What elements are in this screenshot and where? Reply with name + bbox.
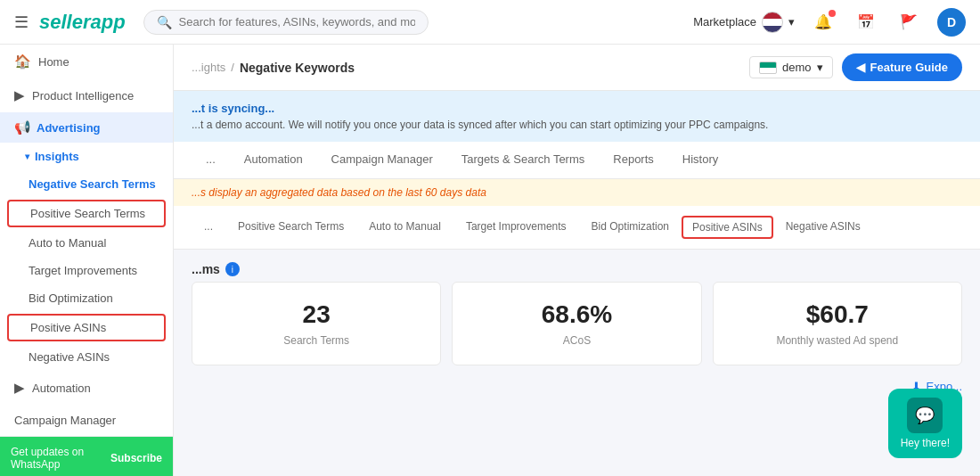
flag-icon: [762, 12, 783, 33]
export-bar: ⬇ Expo...: [174, 374, 980, 398]
stat-card-search-terms: 23 Search Terms: [192, 282, 441, 365]
sidebar-insights-label: Insights: [35, 150, 79, 163]
tab-automation[interactable]: Automation: [230, 142, 317, 178]
tab-insights[interactable]: ...: [192, 142, 230, 178]
sub-tab-negative[interactable]: ...: [192, 215, 225, 240]
main-layout: 🏠 Home ▶ Product Intelligence 📢 Advertis…: [0, 45, 980, 476]
sidebar-item-positive-search-terms[interactable]: Positive Search Terms: [7, 200, 166, 227]
stats-row: 23 Search Terms 68.6% ACoS $60.7 Monthly…: [174, 282, 980, 365]
marketplace-chevron-icon: ▾: [788, 15, 795, 29]
breadcrumb-right: demo ▾ ◀ Feature Guide: [749, 53, 962, 81]
sidebar-item-target-improvements[interactable]: Target Improvements: [0, 257, 173, 284]
search-bar[interactable]: 🔍: [143, 10, 429, 35]
content-area: ...ights / Negative Keywords demo ▾ ◀ Fe…: [174, 45, 980, 476]
sidebar-bottom: Get updates on WhatsApp Subscribe Invite…: [0, 436, 173, 476]
avatar-button[interactable]: D: [937, 8, 966, 37]
notification-badge: [829, 10, 836, 17]
logo: sellerapp: [39, 11, 126, 34]
sub-tab-auto-to-manual[interactable]: Auto to Manual: [356, 215, 453, 240]
sidebar-item-bid-optimization[interactable]: Bid Optimization: [0, 284, 173, 312]
target-improvements-label: Target Improvements: [29, 264, 137, 277]
sidebar-item-advertising[interactable]: 📢 Advertising: [0, 112, 173, 143]
sidebar-item-positive-asins[interactable]: Positive ASINs: [7, 314, 166, 341]
sidebar-campaign-label: Campaign Manager: [14, 414, 116, 427]
chat-label: Hey there!: [901, 437, 950, 449]
chevron-left-icon: ◀: [856, 61, 865, 74]
section-title: ...ms: [192, 262, 220, 276]
tab-reports[interactable]: Reports: [599, 142, 668, 178]
search-input[interactable]: [179, 15, 415, 29]
stat-card-acos: 68.6% ACoS: [452, 282, 701, 365]
notice-text: ...s display an aggregated data based on…: [192, 186, 486, 199]
sub-tab-positive-search-terms[interactable]: Positive Search Terms: [225, 215, 356, 240]
sub-tab-bid-optimization[interactable]: Bid Optimization: [579, 215, 682, 240]
sidebar-item-auto-to-manual[interactable]: Auto to Manual: [0, 229, 173, 257]
sidebar: 🏠 Home ▶ Product Intelligence 📢 Advertis…: [0, 45, 174, 476]
sidebar-product-label: Product Intelligence: [32, 89, 134, 103]
sidebar-item-product-intelligence[interactable]: ▶ Product Intelligence: [0, 78, 173, 112]
sync-banner: ...t is syncing... ...t a demo account. …: [174, 91, 980, 142]
negative-search-terms-label: Negative Search Terms: [29, 177, 156, 191]
marketplace-label: Marketplace: [693, 15, 756, 29]
chat-widget[interactable]: 💬 Hey there!: [888, 389, 962, 458]
sub-tab-negative-asins[interactable]: Negative ASINs: [773, 215, 873, 240]
breadcrumb-bar: ...ights / Negative Keywords demo ▾ ◀ Fe…: [174, 45, 980, 91]
calendar-button[interactable]: 📅: [852, 8, 880, 37]
breadcrumb-left: ...ights / Negative Keywords: [192, 61, 355, 75]
subscribe-link[interactable]: Subscribe: [110, 452, 162, 464]
whatsapp-label: Get updates on WhatsApp: [11, 446, 110, 471]
sub-tab-target-improvements[interactable]: Target Improvements: [453, 215, 579, 240]
logo-text: sellerapp: [39, 11, 126, 34]
demo-selector[interactable]: demo ▾: [749, 56, 833, 78]
stat-value-acos: 68.6%: [479, 300, 674, 329]
stat-card-monthly-wasted: $60.7 Monthly wasted Ad spend: [713, 282, 962, 365]
sidebar-automation-label: Automation: [32, 382, 91, 395]
notifications-button[interactable]: 🔔: [809, 8, 837, 37]
stat-value-monthly-wasted: $60.7: [740, 300, 935, 329]
sidebar-home-label: Home: [38, 55, 69, 69]
sub-tabs-bar: ... Positive Search Terms Auto to Manual…: [174, 206, 980, 250]
sidebar-item-automation[interactable]: ▶ Automation: [0, 371, 173, 405]
stat-label-search-terms: Search Terms: [219, 334, 413, 347]
stat-value-search-terms: 23: [219, 300, 413, 329]
sync-title: ...t is syncing...: [192, 102, 962, 115]
bid-optimization-label: Bid Optimization: [29, 291, 113, 305]
insights-chevron-icon: ▾: [25, 152, 29, 161]
demo-flag-icon: [759, 62, 777, 74]
auto-to-manual-label: Auto to Manual: [29, 236, 106, 250]
nav-right: Marketplace ▾ 🔔 📅 🚩 D: [693, 8, 966, 37]
alerts-button[interactable]: 🚩: [894, 8, 923, 37]
sync-description: ...t a demo account. We will notify you …: [192, 119, 962, 131]
section-title-row: ...ms i: [174, 250, 980, 282]
positive-asins-label: Positive ASINs: [30, 321, 106, 334]
sidebar-advertising-label: Advertising: [37, 121, 101, 135]
breadcrumb-separator: /: [231, 61, 234, 74]
tab-history[interactable]: History: [668, 142, 732, 178]
sidebar-insights-group[interactable]: ▾ Insights: [0, 143, 173, 170]
advertising-icon: 📢: [14, 119, 31, 135]
info-icon[interactable]: i: [225, 262, 240, 276]
automation-icon: ▶: [14, 380, 25, 396]
sidebar-item-campaign-manager[interactable]: Campaign Manager: [0, 405, 173, 436]
main-tabs-bar: ... Automation Campaign Manager Targets …: [174, 142, 980, 179]
whatsapp-button[interactable]: Get updates on WhatsApp Subscribe: [0, 437, 173, 476]
tab-campaign-manager[interactable]: Campaign Manager: [317, 142, 447, 178]
marketplace-button[interactable]: Marketplace ▾: [693, 12, 795, 33]
chat-icon: 💬: [907, 398, 943, 433]
feature-guide-label: Feature Guide: [870, 61, 948, 74]
top-navigation: ☰ sellerapp 🔍 Marketplace ▾ 🔔 📅 🚩 D: [0, 0, 980, 45]
demo-label: demo: [782, 61, 812, 74]
demo-chevron-icon: ▾: [817, 61, 823, 74]
sidebar-item-negative-search-terms[interactable]: Negative Search Terms: [0, 170, 173, 198]
sidebar-item-home[interactable]: 🏠 Home: [0, 45, 173, 78]
feature-guide-button[interactable]: ◀ Feature Guide: [842, 53, 962, 81]
sidebar-item-negative-asins[interactable]: Negative ASINs: [0, 343, 173, 371]
notice-bar: ...s display an aggregated data based on…: [174, 179, 980, 206]
sub-tab-positive-asins[interactable]: Positive ASINs: [682, 216, 773, 239]
breadcrumb-current: Negative Keywords: [240, 61, 355, 75]
hamburger-icon[interactable]: ☰: [14, 12, 29, 32]
negative-asins-label: Negative ASINs: [29, 350, 110, 364]
breadcrumb-parent[interactable]: ...ights: [192, 61, 225, 74]
tab-targets-search-terms[interactable]: Targets & Search Terms: [447, 142, 599, 178]
stat-label-acos: ACoS: [479, 334, 674, 347]
